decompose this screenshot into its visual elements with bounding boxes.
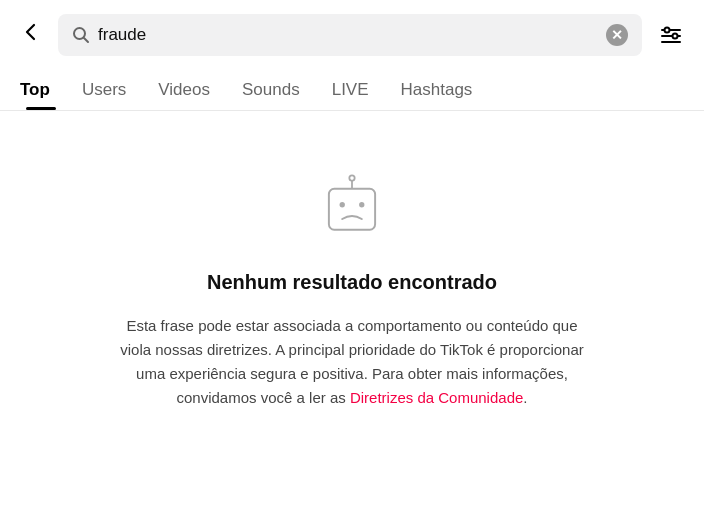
no-results-icon bbox=[312, 171, 392, 251]
search-bar[interactable]: fraude ✕ bbox=[58, 14, 642, 56]
filter-button[interactable] bbox=[654, 18, 688, 52]
search-query[interactable]: fraude bbox=[98, 25, 598, 45]
svg-point-6 bbox=[349, 175, 354, 180]
header: fraude ✕ bbox=[0, 0, 704, 70]
svg-point-4 bbox=[665, 28, 670, 33]
empty-title: Nenhum resultado encontrado bbox=[207, 271, 497, 294]
search-icon bbox=[72, 26, 90, 44]
tabs-row: Top Users Videos Sounds LIVE Hashtags bbox=[0, 70, 704, 111]
back-icon bbox=[20, 21, 42, 49]
back-button[interactable] bbox=[16, 17, 46, 53]
svg-point-10 bbox=[359, 202, 364, 207]
empty-description: Esta frase pode estar associada a compor… bbox=[112, 314, 592, 410]
tab-top[interactable]: Top bbox=[16, 70, 66, 110]
community-guidelines-link[interactable]: Diretrizes da Comunidade bbox=[350, 389, 523, 406]
svg-rect-8 bbox=[329, 189, 375, 230]
svg-point-5 bbox=[673, 34, 678, 39]
tab-users[interactable]: Users bbox=[66, 70, 142, 110]
empty-state: Nenhum resultado encontrado Esta frase p… bbox=[0, 111, 704, 450]
clear-button[interactable]: ✕ bbox=[606, 24, 628, 46]
tab-sounds[interactable]: Sounds bbox=[226, 70, 316, 110]
tab-videos[interactable]: Videos bbox=[142, 70, 226, 110]
clear-icon: ✕ bbox=[611, 28, 623, 42]
tab-live[interactable]: LIVE bbox=[316, 70, 385, 110]
svg-point-9 bbox=[340, 202, 345, 207]
tab-hashtags[interactable]: Hashtags bbox=[385, 70, 489, 110]
